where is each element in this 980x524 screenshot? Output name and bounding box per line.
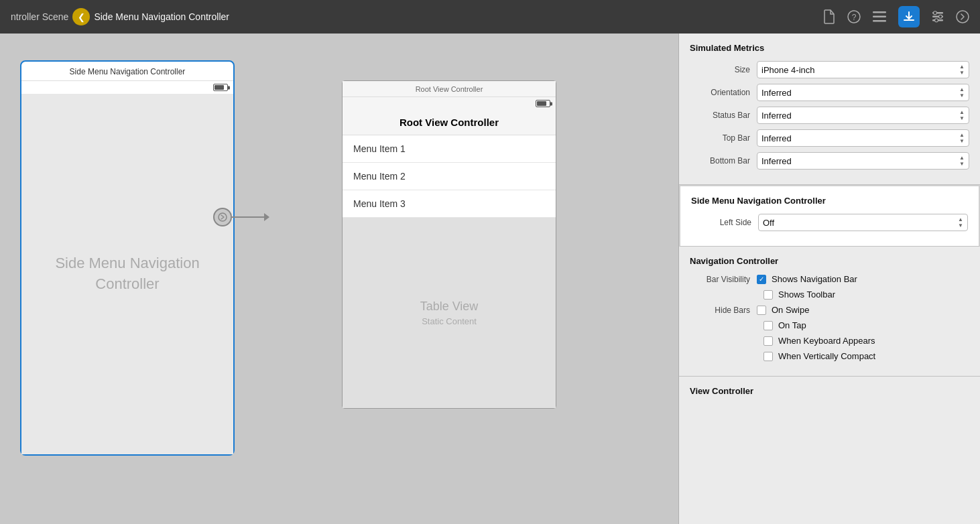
question-icon[interactable]: ? — [847, 10, 861, 23]
svg-point-8 — [934, 11, 937, 15]
right-panel: Simulated Metrics Size iPhone 4-inch ▲ ▼… — [678, 34, 980, 524]
on-swipe-checkbox[interactable] — [757, 306, 766, 315]
forward-icon[interactable] — [956, 10, 969, 23]
arrow-line — [232, 216, 265, 218]
shows-nav-bar-checkbox[interactable] — [757, 275, 766, 284]
breadcrumb: ntroller Scene ❮ Side Menu Navigation Co… — [11, 8, 229, 25]
back-arrow-icon: ❮ — [78, 12, 85, 22]
navigation-controller-section: Navigation Controller Bar Visibility Sho… — [679, 247, 980, 377]
phone-status-bar — [21, 81, 233, 94]
navigation-controller-title: Navigation Controller — [690, 256, 969, 266]
side-menu-title: Side Menu Navigation Controller — [691, 196, 968, 206]
top-bar: ntroller Scene ❮ Side Menu Navigation Co… — [0, 0, 980, 34]
metric-size-row: Size iPhone 4-inch ▲ ▼ — [690, 61, 969, 78]
left-side-value: Off — [763, 218, 774, 228]
left-side-select[interactable]: Off ▲ ▼ — [758, 214, 968, 231]
metric-orientation-row: Orientation Inferred ▲ ▼ — [690, 84, 969, 101]
battery-icon — [213, 84, 228, 91]
keyboard-appears-label: When Keyboard Appears — [778, 336, 875, 346]
bar-visibility-label: Bar Visibility — [690, 275, 757, 284]
vertically-compact-checkbox[interactable] — [763, 352, 773, 361]
stepper-up: ▲ — [959, 64, 965, 70]
download-icon[interactable] — [898, 6, 920, 27]
svg-point-9 — [939, 15, 942, 18]
statusbar-select[interactable]: Inferred ▲ ▼ — [757, 107, 969, 124]
lines-icon[interactable] — [873, 11, 886, 22]
toolbar-icons: ? — [823, 6, 969, 27]
size-stepper[interactable]: ▲ ▼ — [959, 64, 965, 76]
svg-point-10 — [935, 19, 938, 22]
side-menu-section: Side Menu Navigation Controller Left Sid… — [679, 185, 980, 247]
table-battery-icon — [536, 100, 550, 107]
left-side-row: Left Side Off ▲ ▼ — [691, 214, 968, 231]
breadcrumb-title: Side Menu Navigation Controller — [94, 11, 229, 22]
svg-point-12 — [219, 213, 227, 221]
simulated-metrics-title: Simulated Metrics — [690, 43, 969, 53]
table-view-mockup: Root View Controller Root View Controlle… — [342, 80, 556, 409]
file-icon[interactable] — [823, 9, 835, 24]
table-placeholder-sub: Static Content — [422, 316, 477, 326]
topbar-value: Inferred — [761, 133, 792, 143]
hide-bars-row: Hide Bars On Swipe — [690, 305, 969, 315]
svg-rect-2 — [873, 11, 886, 13]
metric-bottombar-row: Bottom Bar Inferred ▲ ▼ — [690, 152, 969, 170]
table-title-bar: Root View Controller — [343, 81, 556, 97]
canvas-area: Side Menu Navigation Controller Side Men… — [0, 34, 678, 524]
keyboard-appears-row: When Keyboard Appears — [690, 336, 969, 346]
metric-statusbar-row: Status Bar Inferred ▲ ▼ — [690, 107, 969, 124]
phone-mockup: Side Menu Navigation Controller Side Men… — [20, 60, 235, 456]
shows-toolbar-row: Shows Toolbar — [690, 289, 969, 300]
view-controller-title: View Controller — [690, 386, 969, 396]
keyboard-appears-checkbox[interactable] — [763, 336, 773, 346]
statusbar-value: Inferred — [761, 111, 792, 121]
svg-point-11 — [957, 11, 969, 23]
table-row: Menu Item 3 — [343, 190, 556, 218]
phone-center-text: Side Menu Navigation Controller — [55, 253, 199, 295]
shows-nav-bar-row: Shows Navigation Bar — [757, 274, 857, 284]
table-nav-bar: Root View Controller — [343, 110, 556, 135]
breadcrumb-scene: ntroller Scene — [11, 11, 68, 22]
stepper-down: ▼ — [959, 70, 965, 76]
size-select[interactable]: iPhone 4-inch ▲ ▼ — [757, 61, 969, 78]
bottombar-select[interactable]: Inferred ▲ ▼ — [757, 152, 969, 170]
orientation-stepper[interactable]: ▲ ▼ — [959, 87, 965, 99]
left-side-stepper[interactable]: ▲ ▼ — [958, 217, 963, 228]
table-nav-title: Root View Controller — [400, 117, 499, 128]
size-value: iPhone 4-inch — [761, 65, 815, 75]
table-body-placeholder: Table View Static Content — [343, 218, 556, 408]
on-tap-row: On Tap — [690, 320, 969, 330]
bar-visibility-row: Bar Visibility Shows Navigation Bar — [690, 274, 969, 284]
table-row: Menu Item 1 — [343, 135, 556, 163]
vertically-compact-row: When Vertically Compact — [690, 351, 969, 361]
shows-toolbar-checkbox[interactable] — [763, 290, 773, 300]
simulated-metrics-section: Simulated Metrics Size iPhone 4-inch ▲ ▼… — [679, 34, 980, 185]
topbar-select[interactable]: Inferred ▲ ▼ — [757, 129, 969, 147]
shows-toolbar-label: Shows Toolbar — [778, 289, 835, 300]
breadcrumb-back-button[interactable]: ❮ — [72, 8, 90, 25]
table-status-bar — [343, 97, 556, 110]
on-tap-label: On Tap — [778, 320, 806, 330]
metric-bottombar-label: Bottom Bar — [690, 156, 757, 166]
topbar-stepper[interactable]: ▲ ▼ — [959, 133, 965, 144]
svg-rect-4 — [873, 20, 886, 22]
statusbar-stepper[interactable]: ▲ ▼ — [959, 110, 965, 121]
orientation-select[interactable]: Inferred ▲ ▼ — [757, 84, 969, 101]
bottombar-stepper[interactable]: ▲ ▼ — [959, 155, 965, 167]
phone-title-text: Side Menu Navigation Controller — [70, 67, 186, 76]
table-title-text: Root View Controller — [416, 85, 483, 93]
arrow-circle — [213, 208, 232, 226]
phone-title-bar: Side Menu Navigation Controller — [21, 62, 233, 81]
svg-rect-3 — [873, 16, 886, 18]
on-tap-checkbox[interactable] — [763, 321, 773, 330]
view-controller-section: View Controller — [679, 377, 980, 405]
sliders-icon[interactable] — [932, 11, 944, 23]
metric-topbar-row: Top Bar Inferred ▲ ▼ — [690, 129, 969, 147]
metric-size-label: Size — [690, 65, 757, 74]
hide-bars-label: Hide Bars — [690, 306, 757, 315]
table-placeholder-text: Table View — [420, 300, 479, 314]
on-swipe-label: On Swipe — [772, 305, 809, 315]
vertically-compact-label: When Vertically Compact — [778, 351, 875, 361]
phone-body: Side Menu Navigation Controller — [21, 94, 233, 454]
left-side-label: Left Side — [691, 218, 758, 227]
orientation-value: Inferred — [761, 88, 792, 98]
